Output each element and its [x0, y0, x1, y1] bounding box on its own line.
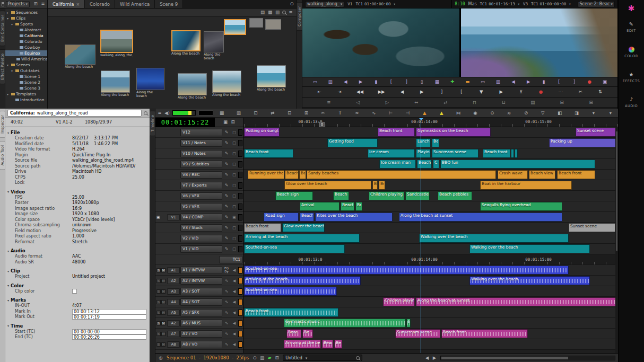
clip-southed-on-sea[interactable]: Southed-on-sea: [244, 287, 337, 296]
track-lane-a4[interactable]: Children playingAlong the beach at sunse…: [244, 297, 618, 307]
track-name-button-v6[interactable]: V6 / VFX: [180, 192, 222, 200]
audio-monitor-button[interactable]: ◀: [231, 300, 238, 304]
more-tools-icon[interactable]: ⋯: [558, 90, 563, 94]
patch-button-a1[interactable]: A1: [167, 267, 180, 273]
add-marker-yellow-icon[interactable]: ▲: [439, 111, 444, 116]
clip-arriving-at-the-beach[interactable]: Arriving at the beach: [244, 276, 361, 285]
track-name-button-a2[interactable]: A2 / INTVW: [180, 277, 222, 285]
solo-button[interactable]: S: [156, 268, 161, 272]
tree-item-wild-america[interactable]: Wild America: [5, 56, 47, 62]
disclosure-down-icon[interactable]: ▾: [7, 63, 10, 67]
close-icon[interactable]: [76, 2, 80, 7]
track-name-button-v7[interactable]: V7 / Experts: [180, 182, 222, 189]
clip-bbq-fun[interactable]: BBQ fun: [440, 160, 595, 169]
clip-beac[interactable]: Beac: [286, 329, 301, 338]
record-timecode-menu[interactable]: TC100:01:16:13: [480, 2, 520, 6]
track-name-button-a1[interactable]: A1 / INTVW: [180, 267, 222, 274]
pencil-icon[interactable]: ✎: [223, 246, 230, 251]
field-checkbox[interactable]: [72, 289, 77, 294]
record-track-label[interactable]: V3: [523, 2, 528, 6]
tree-item-scenes[interactable]: ▾Scenes: [5, 62, 47, 68]
clip-getting-food[interactable]: Getting food: [327, 138, 378, 147]
track-name-button-v11[interactable]: V11 / Notes: [180, 139, 222, 147]
scroll-right-icon[interactable]: ▶: [432, 356, 437, 360]
clip-beach-front[interactable]: Beach front: [244, 308, 338, 317]
step-forward-src-icon[interactable]: ▶: [358, 80, 363, 84]
clip-b[interactable]: B: [372, 181, 378, 190]
video-monitor-button[interactable]: □: [231, 205, 238, 209]
list-view-small-icon[interactable]: ▤: [530, 100, 535, 105]
view-menu-icon[interactable]: ▥: [259, 356, 265, 360]
mute-button[interactable]: M: [161, 311, 166, 315]
trim-mode-icon[interactable]: ⋈: [456, 111, 461, 116]
clip-ice-cream[interactable]: Ice cream: [368, 149, 415, 158]
clip-children-playing[interactable]: Children playing: [369, 191, 404, 200]
disclosure-right-icon[interactable]: ▸: [7, 11, 10, 14]
bin-clip-along-the-beach[interactable]: Along the beach: [257, 65, 286, 92]
pencil-icon[interactable]: ✎: [223, 225, 230, 230]
bin-clip[interactable]: [265, 19, 281, 30]
clip-gymnastic-music[interactable]: Gymnastic music: [284, 319, 406, 328]
pencil-icon[interactable]: ✎: [223, 151, 230, 156]
script-view-icon[interactable]: ▥: [275, 10, 280, 15]
splice-in-icon[interactable]: ▼: [478, 90, 484, 94]
video-monitor-button[interactable]: □: [231, 130, 238, 135]
clip-lunch[interactable]: Lunch: [416, 138, 431, 147]
audio-monitor-button[interactable]: ◀: [231, 289, 238, 294]
bin-clip-along-the-beach[interactable]: Along the beach: [204, 31, 224, 61]
track-name-button-v3[interactable]: V3 / Stock: [180, 224, 222, 232]
tree-item-abstract[interactable]: Abstract: [5, 27, 47, 33]
clip-be[interactable]: Be: [355, 202, 362, 211]
clip-be[interactable]: Be: [432, 138, 439, 147]
bin-clip-along-the-beach[interactable]: Along the beach: [136, 68, 164, 99]
bin-clip-along-the-beach[interactable]: Along the beach: [101, 70, 130, 97]
track-lane-a5[interactable]: Beach front: [244, 307, 618, 318]
patch-button-a2[interactable]: A2: [167, 278, 180, 284]
video-monitor-button[interactable]: □: [231, 173, 238, 177]
quick-transition-icon[interactable]: ▣: [602, 80, 607, 84]
timeline-ruler[interactable]: 00:01:13:000:01:14:0000:01:15:000: [244, 118, 618, 127]
workspace-audio[interactable]: ♪ AUDIO: [625, 97, 638, 108]
patch-button-v1[interactable]: V1: [167, 214, 180, 220]
track-lane-v3[interactable]: Beach frontGlow over the beachSunset sce…: [244, 223, 618, 233]
track-lane-a2[interactable]: Arriving at the beachWalking over the be…: [244, 276, 618, 286]
track-lane-v4[interactable]: Road signBeachKites over the beachAlong …: [244, 212, 618, 223]
solo-button[interactable]: S: [156, 332, 161, 336]
audio-ducking-icon[interactable]: ≈: [354, 111, 360, 116]
record-timecode2-menu[interactable]: TC101:00:00:00: [531, 2, 571, 6]
clip-be[interactable]: Be: [302, 329, 313, 338]
bin-tab-california[interactable]: California: [48, 0, 85, 8]
clip-walking-over-the-beach[interactable]: Walking over the beach: [419, 234, 569, 243]
mark-in-src-icon[interactable]: [: [389, 80, 394, 84]
tree-item-cowboy[interactable]: Cowboy: [5, 45, 47, 50]
disclosure-down-icon[interactable]: ▾: [7, 284, 9, 287]
pencil-icon[interactable]: ✎: [223, 215, 230, 219]
track-lane-a7[interactable]: BeacBeSunscream sceneBeach front: [244, 329, 618, 339]
patch-button-a4[interactable]: A4: [167, 299, 180, 305]
match-frame-icon[interactable]: ↔: [414, 100, 419, 105]
audio-monitor-button[interactable]: ◀: [231, 342, 238, 347]
tab-effect-palette[interactable]: Effect Palette: [0, 49, 5, 84]
tab-audio-tool[interactable]: Audio Tool: [0, 141, 5, 170]
mark-out-rec-icon[interactable]: ]: [572, 80, 577, 84]
clip-arrival[interactable]: Arrival: [300, 202, 340, 211]
clip-beach-front[interactable]: Beach front: [441, 329, 528, 338]
tab-inspector[interactable]: Inspector: [0, 111, 5, 138]
tree-item-scene-2[interactable]: Scene 2: [5, 80, 47, 85]
clip-suncream-scene[interactable]: Suncream scene: [432, 149, 478, 158]
find-icon[interactable]: ⊙: [490, 111, 495, 116]
pencil-icon[interactable]: ✎: [223, 162, 230, 166]
tree-item-scene-1[interactable]: Scene 1: [5, 74, 47, 80]
focus-button-icon[interactable]: ◎: [158, 356, 163, 360]
cut-icon[interactable]: ✂: [320, 111, 326, 116]
source-clip-menu[interactable]: walking_along_: [305, 1, 344, 7]
video-monitor-button[interactable]: □: [231, 194, 238, 198]
grid-rec-icon[interactable]: ▥: [495, 80, 501, 84]
clip-arriving-at-the-be[interactable]: Arriving at the be: [284, 340, 321, 349]
bin-settings-icon[interactable]: ⊙: [289, 2, 294, 6]
cut-icon[interactable]: ✂: [578, 90, 583, 94]
waveform-tool-icon[interactable]: ∿: [371, 111, 377, 116]
clip-sunscream-scene[interactable]: Sunscream scene: [395, 329, 440, 338]
clip-walking-over-the-beach[interactable]: Walking over the beach: [469, 276, 590, 285]
clip-beach[interactable]: Beach: [300, 213, 314, 222]
